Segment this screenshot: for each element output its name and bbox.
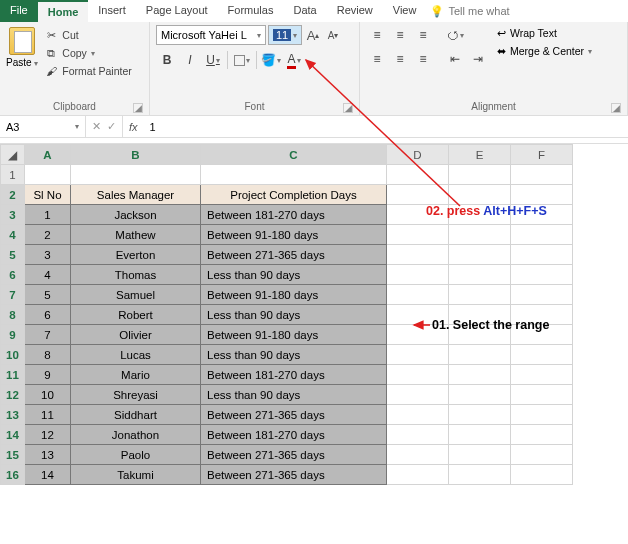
cell[interactable] bbox=[511, 185, 573, 205]
tab-view[interactable]: View bbox=[383, 0, 427, 22]
cell[interactable]: Siddhart bbox=[71, 405, 201, 425]
cell[interactable]: Between 181-270 days bbox=[201, 365, 387, 385]
font-color-button[interactable]: A▾ bbox=[283, 49, 305, 71]
tab-data[interactable]: Data bbox=[283, 0, 326, 22]
cell[interactable] bbox=[201, 165, 387, 185]
cell[interactable]: 14 bbox=[25, 465, 71, 485]
cell[interactable]: Between 91-180 days bbox=[201, 325, 387, 345]
row-header-16[interactable]: 16 bbox=[1, 465, 25, 485]
cell[interactable]: Less than 90 days bbox=[201, 345, 387, 365]
name-box[interactable]: A3 ▾ bbox=[0, 116, 86, 137]
align-left-button[interactable]: ≡ bbox=[366, 49, 388, 69]
cell[interactable] bbox=[449, 345, 511, 365]
italic-button[interactable]: I bbox=[179, 49, 201, 71]
cell[interactable]: Between 181-270 days bbox=[201, 425, 387, 445]
cell[interactable]: Shreyasi bbox=[71, 385, 201, 405]
cell[interactable]: Less than 90 days bbox=[201, 305, 387, 325]
dialog-launcher-icon[interactable]: ◢ bbox=[343, 103, 353, 113]
tab-file[interactable]: File bbox=[0, 0, 38, 22]
cell[interactable]: Between 271-365 days bbox=[201, 245, 387, 265]
tab-review[interactable]: Review bbox=[327, 0, 383, 22]
cell[interactable] bbox=[387, 425, 449, 445]
copy-button[interactable]: ⧉ Copy ▾ bbox=[42, 45, 133, 61]
cell-header-manager[interactable]: Sales Manager bbox=[71, 185, 201, 205]
cell[interactable] bbox=[449, 265, 511, 285]
cell[interactable] bbox=[387, 245, 449, 265]
cell[interactable]: Less than 90 days bbox=[201, 385, 387, 405]
cell[interactable] bbox=[511, 165, 573, 185]
dialog-launcher-icon[interactable]: ◢ bbox=[133, 103, 143, 113]
fx-icon[interactable]: fx bbox=[123, 116, 144, 137]
merge-center-button[interactable]: ⬌ Merge & Center ▾ bbox=[495, 43, 594, 59]
cell[interactable]: 10 bbox=[25, 385, 71, 405]
cell[interactable]: 9 bbox=[25, 365, 71, 385]
decrease-font-button[interactable]: A▾ bbox=[324, 25, 342, 45]
cancel-icon[interactable]: ✕ bbox=[92, 120, 101, 133]
cell[interactable] bbox=[387, 265, 449, 285]
cell[interactable]: Mario bbox=[71, 365, 201, 385]
cell[interactable] bbox=[511, 225, 573, 245]
cut-button[interactable]: ✂ Cut bbox=[42, 27, 133, 43]
cell[interactable]: 8 bbox=[25, 345, 71, 365]
row-header-1[interactable]: 1 bbox=[1, 165, 25, 185]
align-right-button[interactable]: ≡ bbox=[412, 49, 434, 69]
cell[interactable] bbox=[511, 425, 573, 445]
cell[interactable]: Takumi bbox=[71, 465, 201, 485]
row-header-3[interactable]: 3 bbox=[1, 205, 25, 225]
cell[interactable] bbox=[449, 425, 511, 445]
cell[interactable] bbox=[511, 245, 573, 265]
col-header-C[interactable]: C bbox=[201, 145, 387, 165]
row-header-2[interactable]: 2 bbox=[1, 185, 25, 205]
cell[interactable] bbox=[449, 225, 511, 245]
col-header-B[interactable]: B bbox=[71, 145, 201, 165]
paste-label[interactable]: Paste ▾ bbox=[6, 57, 38, 68]
worksheet[interactable]: ◢ABCDEF12Sl NoSales ManagerProject Compl… bbox=[0, 144, 628, 485]
row-header-9[interactable]: 9 bbox=[1, 325, 25, 345]
cell-header-days[interactable]: Project Completion Days bbox=[201, 185, 387, 205]
cell[interactable] bbox=[387, 165, 449, 185]
cell[interactable] bbox=[511, 345, 573, 365]
cell[interactable] bbox=[511, 445, 573, 465]
col-header-D[interactable]: D bbox=[387, 145, 449, 165]
cell[interactable]: 11 bbox=[25, 405, 71, 425]
cell[interactable] bbox=[449, 285, 511, 305]
bold-button[interactable]: B bbox=[156, 49, 178, 71]
tab-home[interactable]: Home bbox=[38, 0, 89, 22]
cell[interactable]: Between 271-365 days bbox=[201, 445, 387, 465]
formula-input[interactable]: 1 bbox=[144, 116, 628, 137]
row-header-12[interactable]: 12 bbox=[1, 385, 25, 405]
cell[interactable]: 7 bbox=[25, 325, 71, 345]
cell[interactable]: Jonathon bbox=[71, 425, 201, 445]
row-header-10[interactable]: 10 bbox=[1, 345, 25, 365]
cell[interactable] bbox=[511, 265, 573, 285]
cell[interactable]: Between 91-180 days bbox=[201, 225, 387, 245]
enter-icon[interactable]: ✓ bbox=[107, 120, 116, 133]
tab-formulas[interactable]: Formulas bbox=[218, 0, 284, 22]
row-header-7[interactable]: 7 bbox=[1, 285, 25, 305]
cell[interactable] bbox=[511, 365, 573, 385]
cell[interactable]: Robert bbox=[71, 305, 201, 325]
row-header-11[interactable]: 11 bbox=[1, 365, 25, 385]
cell-header-slno[interactable]: Sl No bbox=[25, 185, 71, 205]
cell[interactable] bbox=[387, 445, 449, 465]
cell[interactable] bbox=[387, 185, 449, 205]
row-header-4[interactable]: 4 bbox=[1, 225, 25, 245]
cell[interactable]: 5 bbox=[25, 285, 71, 305]
paste-icon[interactable] bbox=[9, 27, 35, 55]
cell[interactable] bbox=[511, 405, 573, 425]
cell[interactable] bbox=[511, 385, 573, 405]
decrease-indent-button[interactable]: ⇤ bbox=[444, 49, 466, 69]
orientation-button[interactable]: ⭯▾ bbox=[444, 25, 466, 45]
cell[interactable] bbox=[449, 165, 511, 185]
tell-me[interactable]: 💡 Tell me what bbox=[430, 0, 509, 22]
cell[interactable] bbox=[387, 285, 449, 305]
col-header-E[interactable]: E bbox=[449, 145, 511, 165]
row-header-8[interactable]: 8 bbox=[1, 305, 25, 325]
cell[interactable] bbox=[387, 365, 449, 385]
cell[interactable]: 1 bbox=[25, 205, 71, 225]
cell[interactable] bbox=[449, 365, 511, 385]
cell[interactable]: 4 bbox=[25, 265, 71, 285]
underline-button[interactable]: U▾ bbox=[202, 49, 224, 71]
cell[interactable] bbox=[387, 465, 449, 485]
col-header-F[interactable]: F bbox=[511, 145, 573, 165]
